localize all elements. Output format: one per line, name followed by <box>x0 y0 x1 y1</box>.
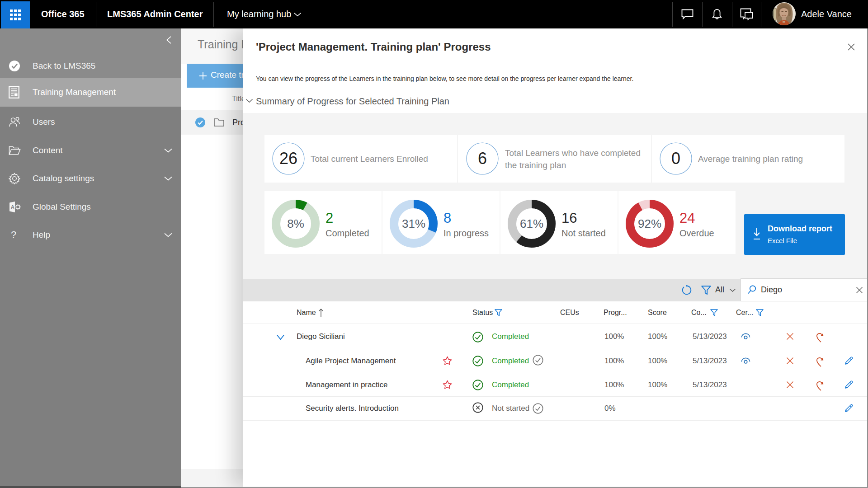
svg-text:A: A <box>11 204 15 211</box>
